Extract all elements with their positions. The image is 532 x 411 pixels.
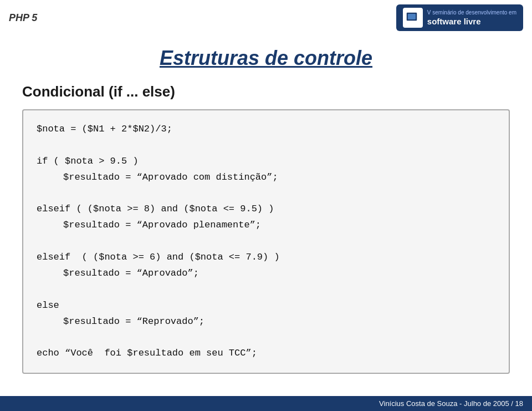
logo-box: V seminário de desenvolvimento em softwa… [396,4,523,31]
code-line-3: $resultado = “Aprovado com distinção”; [37,170,495,186]
php-label: PHP 5 [9,12,37,24]
footer-text: Vinícius Costa de Souza - Julho de 2005 … [379,399,523,408]
logo-area: V seminário de desenvolvimento em softwa… [396,4,523,31]
code-line-blank1 [37,138,495,154]
code-line-4: elseif ( ($nota >= 8) and ($nota <= 9.5)… [37,201,495,217]
main-content: Estruturas de controle Condicional (if .… [0,35,532,374]
header: PHP 5 V seminário de desenvolvimento em … [0,0,532,35]
code-line-blank3 [37,234,495,250]
code-line-1: $nota = ($N1 + 2*$N2)/3; [37,121,495,138]
code-line-8: else [37,298,495,314]
code-line-blank5 [37,330,495,346]
software-livre: software livre [427,16,516,27]
code-line-7: $resultado = “Aprovado”; [37,266,495,282]
slide-title: Estruturas de controle [22,47,510,70]
svg-rect-1 [408,14,416,19]
section-heading: Condicional (if ... else) [22,83,510,100]
code-line-blank2 [37,186,495,202]
code-block: $nota = ($N1 + 2*$N2)/3; if ( $nota > 9.… [22,109,510,374]
logo-icon [403,8,423,28]
code-line-6: elseif ( ($nota >= 6) and ($nota <= 7.9)… [37,250,495,266]
svg-rect-3 [408,22,416,23]
code-line-blank4 [37,282,495,298]
code-line-10: echo “Você foi $resultado em seu TCC”; [37,346,495,362]
code-line-9: $resultado = “Reprovado”; [37,314,495,330]
footer: Vinícius Costa de Souza - Julho de 2005 … [0,396,532,411]
code-line-5: $resultado = “Aprovado plenamente”; [37,217,495,234]
seminario-line1: V seminário de desenvolvimento em [427,9,516,16]
logo-text: V seminário de desenvolvimento em softwa… [427,9,516,27]
code-line-2: if ( $nota > 9.5 ) [37,154,495,170]
